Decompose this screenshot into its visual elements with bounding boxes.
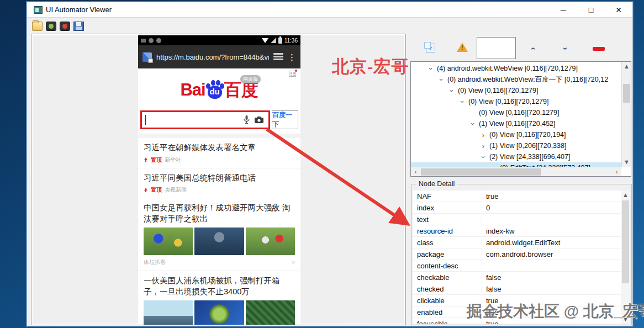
desktop-background: UI Automator Viewer ─ □ ✕ [0, 0, 644, 328]
watermark-community: 掘金技术社区 @ 北京_宏哥 [467, 301, 644, 322]
tree-search-input[interactable] [477, 37, 516, 59]
tree-node[interactable]: (0) EditText [24,338][573,407] [411, 162, 621, 167]
device-screenshot-compressed-icon[interactable] [60, 22, 70, 31]
microphone-icon[interactable] [244, 115, 250, 124]
detail-key: package [413, 248, 482, 260]
tree-node[interactable]: ›(2) View [24,338][696,407] [411, 151, 621, 162]
device-screenshot-icon[interactable] [46, 22, 56, 31]
news-image-circuit-board[interactable] [246, 300, 295, 325]
minimize-button[interactable]: ─ [550, 2, 577, 17]
expander-icon[interactable]: › [458, 98, 467, 106]
camera-icon[interactable] [255, 117, 263, 123]
scrollbar-thumb[interactable] [622, 200, 629, 283]
detail-row[interactable]: content-desc [413, 260, 621, 272]
device-screenshot[interactable]: 11:36 https://m.baidu.com/?from=844b&vit… [138, 35, 300, 325]
news-item[interactable]: 中国女足再获利好！成功避开两大强敌 淘汰赛对手呼之欲出 体坛扒客 × [138, 198, 300, 271]
naf-warning-icon[interactable] [457, 43, 468, 52]
news-image-soccer-match[interactable] [144, 228, 193, 255]
expand-all-icon[interactable] [426, 44, 435, 52]
dismiss-icon[interactable]: × [292, 260, 295, 266]
grid-widget-icon[interactable] [289, 71, 296, 77]
expander-icon[interactable]: › [426, 65, 435, 73]
news-images [138, 298, 300, 325]
detail-row[interactable]: NAFtrue [413, 191, 621, 202]
tree-node[interactable]: ›(0) View [0,116][720,1279] [411, 85, 621, 96]
tree-node[interactable]: ›(1) View [0,116][720,452] [411, 118, 621, 129]
detail-row[interactable]: packagecom.android.browser [413, 248, 621, 260]
expander-icon[interactable]: › [468, 120, 477, 128]
scrollbar-thumb[interactable] [623, 84, 630, 103]
news-title[interactable]: 中国女足再获利好！成功避开两大强敌 淘汰赛对手呼之欲出 [138, 198, 300, 225]
baidu-page: Baidu百度 网页版 [138, 68, 300, 325]
detail-value: com.android.browser [482, 248, 621, 260]
battery-icon [278, 38, 282, 44]
tree-vertical-scrollbar[interactable]: ▲ ▼ [621, 62, 631, 167]
tree-node[interactable]: ›(0) View [0,116][720,1279] [411, 96, 621, 107]
scroll-right-icon[interactable]: › [612, 167, 621, 177]
detail-row[interactable]: checkedfalse [413, 283, 621, 295]
baidu-search-button[interactable]: 百度一下 [272, 110, 298, 129]
detail-key: checked [413, 283, 482, 294]
expander-icon[interactable]: › [479, 131, 488, 139]
detail-row[interactable]: checkablefalse [413, 272, 621, 283]
news-item[interactable]: 习近平同美国总统特朗普通电话 置顶 央视新闻 [138, 168, 300, 198]
scroll-up-icon[interactable]: ▲ [621, 191, 630, 199]
scroll-up-icon[interactable]: ▲ [622, 62, 631, 71]
news-meta: 置顶 新华社 [138, 155, 300, 168]
news-image-warship[interactable] [144, 300, 193, 325]
search-prev-icon[interactable]: › [525, 44, 539, 54]
tree-horizontal-scrollbar[interactable]: ‹ › [411, 167, 621, 176]
top-tag: 置顶 [151, 156, 162, 164]
detail-row[interactable]: index0 [413, 202, 621, 214]
tabs-icon[interactable] [273, 53, 283, 61]
detail-row[interactable]: resource-idindex-kw [413, 225, 621, 237]
tree-node[interactable]: ›(4) android.webkit.WebView [0,116][720,… [411, 63, 621, 74]
expander-icon[interactable]: › [447, 87, 456, 95]
tree-node-label: (0) android.webkit.WebView:百度一下 [0,116][… [446, 75, 608, 84]
url-text[interactable]: https://m.baidu.com/?from=844b&vit=fp [156, 53, 269, 61]
detail-value: false [482, 283, 621, 294]
search-input[interactable] [142, 112, 244, 128]
detail-row[interactable]: classandroid.widget.EditText [413, 237, 621, 248]
search-next-icon[interactable]: › [558, 44, 572, 54]
scrollbar-thumb[interactable] [421, 168, 541, 176]
tree-node[interactable]: ›(0) View [0,116][720,194] [411, 129, 621, 140]
pin-icon [144, 188, 148, 193]
open-file-icon[interactable] [32, 22, 43, 31]
news-title[interactable]: 习近平同美国总统特朗普通电话 [138, 168, 300, 185]
news-source: 央视新闻 [165, 186, 187, 194]
news-title[interactable]: 习近平在朝鲜媒体发表署名文章 [138, 138, 300, 155]
news-image-soccer-duel[interactable] [246, 228, 295, 255]
selected-element-highlight [140, 110, 270, 129]
tree-node[interactable]: (0) View [0,116][720,1279] [411, 107, 621, 118]
expander-icon[interactable]: › [437, 76, 446, 84]
tree-view: ›(4) android.webkit.WebView [0,116][720,… [411, 63, 621, 167]
scroll-down-icon[interactable]: ▼ [622, 157, 631, 167]
scroll-left-icon[interactable]: ‹ [411, 167, 420, 177]
tree-node-label: (0) View [0,116][720,1279] [467, 98, 548, 105]
detail-value: index-kw [482, 225, 621, 236]
maximize-button[interactable]: □ [577, 2, 605, 17]
expander-icon[interactable]: › [479, 153, 488, 161]
baidu-paw-icon: du [206, 81, 224, 99]
tree-node[interactable]: ›(0) android.webkit.WebView:百度一下 [0,116]… [411, 74, 621, 85]
tree-node[interactable]: ›(1) View [0,206][720,338] [411, 140, 621, 151]
signal-icon [271, 38, 276, 43]
news-image-chip[interactable] [194, 300, 244, 325]
detail-value [482, 214, 621, 225]
browser-menu-icon[interactable]: ⋮ [288, 53, 296, 61]
news-title[interactable]: 一伙美国人浦东机场被抓，强制打开箱子，一旦出境损失不止3400万 [138, 271, 300, 298]
expander-icon[interactable]: › [479, 142, 488, 150]
save-screenshot-icon[interactable] [73, 22, 84, 31]
collapse-icon[interactable] [593, 47, 605, 51]
close-button[interactable]: ✕ [605, 2, 632, 17]
logo-bai-text: Bai [180, 80, 205, 99]
site-favicon [142, 52, 152, 62]
tree-node-label: (2) View [24,338][696,407] [488, 153, 570, 161]
news-item[interactable]: 习近平在朝鲜媒体发表署名文章 置顶 新华社 [138, 138, 300, 168]
news-item[interactable]: 一伙美国人浦东机场被抓，强制打开箱子，一旦出境损失不止3400万 武器大专家 × [138, 271, 300, 325]
news-image-coach-portrait[interactable] [194, 228, 244, 255]
browser-url-bar: https://m.baidu.com/?from=844b&vit=fp ⋮ [138, 45, 300, 68]
detail-row[interactable]: text [413, 214, 621, 225]
pin-icon [144, 157, 148, 162]
